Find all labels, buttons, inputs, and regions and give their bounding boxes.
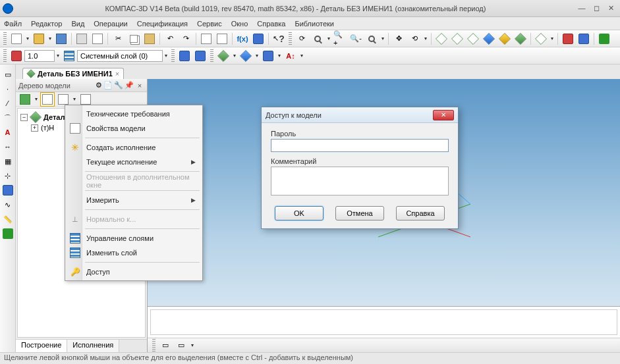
toolbar-grip[interactable] (210, 49, 213, 63)
maximize-button[interactable]: ◻ (590, 3, 603, 14)
scale-dropdown[interactable]: ▾ (55, 49, 61, 63)
sketch-button[interactable] (177, 49, 192, 63)
view-perspective-button[interactable] (513, 32, 528, 46)
revolve-button[interactable] (239, 49, 253, 63)
preview-button[interactable] (90, 32, 105, 46)
menu-service[interactable]: Сервис (197, 20, 222, 28)
misc-tool[interactable] (1, 227, 14, 240)
extrude-button[interactable] (216, 49, 231, 63)
section-button[interactable] (577, 32, 591, 46)
menu-libraries[interactable]: Библиотеки (295, 20, 334, 28)
command-area[interactable] (150, 309, 617, 335)
edit-sketch-button[interactable] (193, 49, 208, 63)
zoom-window-dropdown[interactable]: ▾ (380, 32, 386, 46)
context-menu-item[interactable]: Технические требования (67, 107, 201, 121)
layers-button[interactable] (62, 49, 76, 63)
zoom-fit-button[interactable] (310, 32, 325, 46)
zoom-dropdown[interactable]: ▾ (325, 32, 332, 46)
zoom-window-button[interactable] (364, 32, 379, 46)
pin-icon[interactable]: 📌 (125, 81, 134, 90)
expand-icon[interactable]: + (31, 124, 38, 132)
view-iso-button[interactable] (434, 32, 449, 46)
ok-button[interactable]: OK (275, 206, 324, 221)
pan-button[interactable]: ✥ (391, 32, 406, 46)
point-tool[interactable]: · (1, 82, 14, 95)
zoom-out-button[interactable]: 🔍- (349, 32, 363, 46)
menu-help[interactable]: Справка (257, 20, 285, 28)
extrude-dropdown[interactable]: ▾ (231, 49, 238, 63)
hatch-tool[interactable]: ▦ (1, 155, 14, 168)
orient-button[interactable] (534, 32, 548, 46)
text-tool[interactable]: A (1, 126, 14, 139)
bottom-btn-dd[interactable]: ▾ (189, 338, 196, 353)
curve-tool[interactable]: ∿ (1, 198, 14, 211)
open-button[interactable] (32, 32, 46, 46)
menu-window[interactable]: Окно (231, 20, 248, 28)
comment-textarea[interactable] (271, 167, 449, 195)
context-menu-item[interactable]: 🔑Доступ (67, 265, 201, 279)
toolbar-grip[interactable] (3, 32, 7, 45)
cut-button[interactable]: ✂ (111, 32, 125, 46)
help-cursor-button[interactable]: ↖? (271, 32, 286, 46)
redo-button[interactable]: ↷ (179, 32, 193, 46)
bottom-btn[interactable]: ▭ (158, 338, 173, 353)
toolbar-grip[interactable] (289, 32, 292, 45)
zoom-in-button[interactable]: 🔍+ (333, 32, 347, 46)
surface-tool[interactable] (1, 184, 14, 197)
context-menu-item[interactable]: Текущее исполнение▶ (67, 155, 201, 169)
rebuild-button[interactable] (597, 32, 611, 46)
toolbar-grip[interactable] (171, 49, 175, 63)
open-dropdown[interactable]: ▾ (47, 32, 53, 46)
view-shaded-button[interactable] (482, 32, 496, 46)
menu-view[interactable]: Вид (71, 20, 84, 28)
menu-specification[interactable]: Спецификация (137, 20, 188, 28)
stop-button[interactable] (9, 49, 24, 63)
tree-btn-1-dd[interactable]: ▾ (33, 92, 40, 107)
copy-button[interactable] (127, 32, 141, 46)
tree-btn-1[interactable] (18, 92, 32, 107)
view-shaded-edges-button[interactable] (497, 32, 512, 46)
dialog-titlebar[interactable]: Доступ к модели ✕ (262, 107, 458, 123)
tab-build[interactable]: Построение (16, 340, 67, 352)
menu-file[interactable]: Файл (4, 20, 22, 28)
new-button[interactable] (9, 32, 24, 46)
context-menu-item[interactable]: ✳Создать исполнение (67, 140, 201, 155)
context-menu-item[interactable]: Свойства модели (67, 121, 201, 136)
arc-tool[interactable]: ⌒ (1, 111, 14, 124)
text-button[interactable]: A↕ (283, 49, 298, 63)
minimize-button[interactable]: — (575, 3, 588, 14)
expand-icon[interactable]: − (20, 114, 28, 121)
menu-operations[interactable]: Операции (94, 20, 127, 28)
view-hidden-button[interactable] (466, 32, 480, 46)
close-panel-button[interactable]: × (135, 82, 144, 90)
scale-input[interactable] (24, 50, 55, 62)
orbit-button[interactable]: ⟲ (407, 32, 422, 46)
orient-dropdown[interactable]: ▾ (549, 32, 555, 46)
close-window-button[interactable]: ✕ (604, 3, 617, 14)
menu-editor[interactable]: Редактор (31, 20, 62, 28)
tree-tool-icon[interactable]: 📄 (103, 81, 113, 90)
close-tab-button[interactable]: × (115, 70, 119, 78)
paste-button[interactable] (142, 32, 157, 46)
undo-button[interactable]: ↶ (163, 32, 177, 46)
toolbar-grip[interactable] (3, 49, 7, 63)
fx-button[interactable]: f(x) (235, 32, 250, 46)
context-menu-item[interactable]: Измерить▶ (67, 193, 201, 207)
print-button[interactable] (74, 32, 89, 46)
text-dropdown[interactable]: ▾ (298, 49, 305, 63)
select-tool[interactable]: ▭ (1, 68, 14, 81)
revolve-dropdown[interactable]: ▾ (254, 49, 260, 63)
toolbar-grip[interactable] (152, 339, 155, 352)
dialog-close-button[interactable]: ✕ (433, 110, 454, 120)
layer-dropdown[interactable]: ▾ (163, 49, 169, 63)
tree-tool-icon[interactable]: 🔧 (114, 81, 123, 90)
new-dropdown[interactable]: ▾ (24, 32, 31, 46)
render-button[interactable] (561, 32, 575, 46)
bottom-btn[interactable]: ▭ (174, 338, 188, 353)
measure-tool[interactable]: 📏 (1, 213, 14, 226)
plane-button[interactable] (261, 49, 275, 63)
help-button[interactable]: Справка (396, 206, 445, 221)
line-tool[interactable]: ∕ (1, 97, 14, 110)
save-button[interactable] (54, 32, 69, 46)
tree-tool-icon[interactable]: ⚙ (96, 81, 102, 90)
